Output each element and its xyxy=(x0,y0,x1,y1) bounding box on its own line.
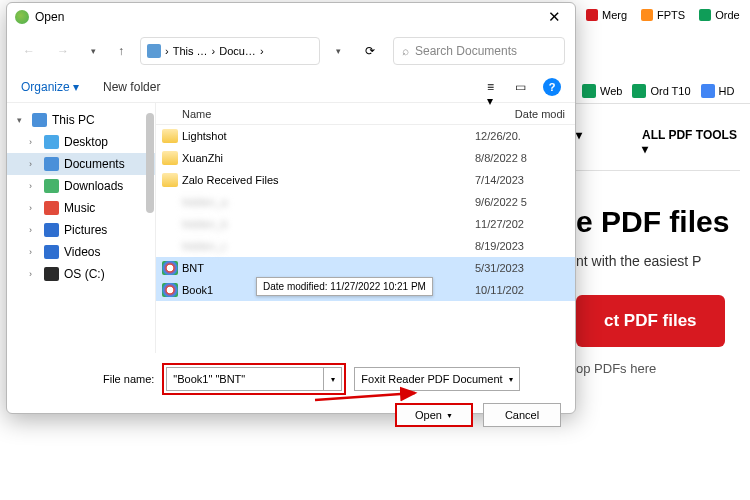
search-input[interactable]: ⌕ Search Documents xyxy=(393,37,565,65)
folder-icon xyxy=(162,151,178,165)
organize-menu[interactable]: Organize ▾ xyxy=(21,80,79,94)
bookmark[interactable]: Web xyxy=(582,84,622,98)
file-icon xyxy=(162,195,178,209)
cancel-button[interactable]: Cancel xyxy=(483,403,561,427)
forward-button[interactable]: → xyxy=(51,40,75,62)
col-name[interactable]: Name xyxy=(182,108,515,120)
app-icon xyxy=(15,10,29,24)
file-row[interactable]: Zalo Received Files7/14/2023 xyxy=(156,169,575,191)
dialog-title: Open xyxy=(35,10,542,24)
file-icon xyxy=(162,217,178,231)
tree-node[interactable]: ›Music xyxy=(7,197,155,219)
refresh-button[interactable]: ⟳ xyxy=(357,40,383,62)
folder-icon xyxy=(147,44,161,58)
preview-pane-icon[interactable]: ▭ xyxy=(515,80,531,94)
page-headline: e PDF files xyxy=(576,205,740,239)
scrollbar[interactable] xyxy=(146,113,154,213)
tree-node[interactable]: ›Videos xyxy=(7,241,155,263)
file-row[interactable]: hidden_b11/27/202 xyxy=(156,213,575,235)
file-row[interactable]: Lightshot12/26/20. xyxy=(156,125,575,147)
browser-tab[interactable]: FPTS xyxy=(635,4,691,26)
folder-icon xyxy=(162,173,178,187)
tree-node[interactable]: ▾This PC xyxy=(7,109,155,131)
breadcrumb[interactable]: ›This … ›Docu… › xyxy=(140,37,320,65)
all-pdf-tools-dropdown[interactable]: ALL PDF TOOLS ▾ xyxy=(642,128,740,156)
tree-node[interactable]: ›Pictures xyxy=(7,219,155,241)
back-button[interactable]: ← xyxy=(17,40,41,62)
browser-tab[interactable]: Merg xyxy=(580,4,633,26)
file-icon xyxy=(162,239,178,253)
select-pdf-button[interactable]: ct PDF files xyxy=(576,295,725,347)
file-row[interactable]: hidden_a9/6/2022 5 xyxy=(156,191,575,213)
col-date[interactable]: Date modi xyxy=(515,108,565,120)
pdf-icon xyxy=(162,261,178,275)
bookmark[interactable]: Ord T10 xyxy=(632,84,690,98)
pdf-icon xyxy=(162,283,178,297)
file-row[interactable]: BNT5/31/2023 xyxy=(156,257,575,279)
tooltip: Date modified: 11/27/2022 10:21 PM xyxy=(256,277,433,296)
list-view-icon[interactable]: ≡ ▾ xyxy=(487,80,503,94)
close-icon[interactable]: ✕ xyxy=(542,6,567,28)
recent-dropdown[interactable]: ▾ xyxy=(85,42,102,60)
filetype-select[interactable]: Foxit Reader PDF Document▾ xyxy=(354,367,520,391)
filename-input[interactable] xyxy=(166,367,324,391)
filename-label: File name: xyxy=(103,373,154,385)
search-icon: ⌕ xyxy=(402,44,409,58)
tree-node[interactable]: ›Desktop xyxy=(7,131,155,153)
open-file-dialog: Open ✕ ← → ▾ ↑ ›This … ›Docu… › ▾ ⟳ ⌕ Se… xyxy=(6,2,576,414)
crumb-dropdown[interactable]: ▾ xyxy=(330,42,347,60)
open-button[interactable]: Open▼ xyxy=(395,403,473,427)
file-row[interactable]: hidden_c8/19/2023 xyxy=(156,235,575,257)
tree-node[interactable]: ›Documents xyxy=(7,153,155,175)
new-folder-button[interactable]: New folder xyxy=(103,80,160,94)
browser-tab[interactable]: Orde xyxy=(693,4,745,26)
up-button[interactable]: ↑ xyxy=(112,40,130,62)
page-subtitle: nt with the easiest P xyxy=(576,253,740,269)
tree-node[interactable]: ›OS (C:) xyxy=(7,263,155,285)
bookmark[interactable]: HD xyxy=(701,84,735,98)
tree-node[interactable]: ›Downloads xyxy=(7,175,155,197)
filename-dropdown[interactable]: ▾ xyxy=(324,367,342,391)
help-icon[interactable]: ? xyxy=(543,78,561,96)
folder-tree: ▾This PC›Desktop›Documents›Downloads›Mus… xyxy=(7,103,155,353)
file-row[interactable]: XuanZhi8/8/2022 8 xyxy=(156,147,575,169)
folder-icon xyxy=(162,129,178,143)
drop-hint: op PDFs here xyxy=(576,361,740,376)
